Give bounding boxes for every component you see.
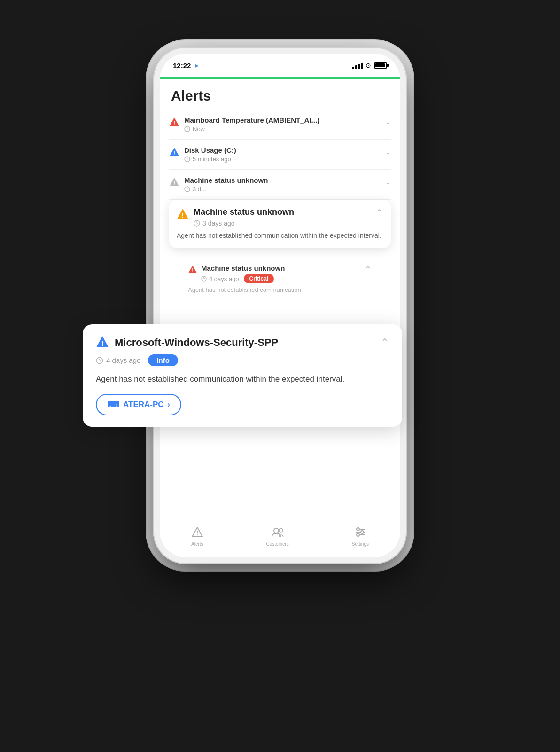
chevron-down-icon[interactable]: ⌄: [385, 178, 391, 186]
alert-title: Mainboard Temperature (AMBIENT_AI...): [184, 116, 319, 124]
chevron-up-icon[interactable]: ⌃: [375, 207, 383, 219]
floating-chevron-up-icon[interactable]: ⌃: [381, 337, 389, 349]
atera-pc-link[interactable]: ⌨ ATERA-PC ›: [96, 394, 181, 415]
alert-severity-icon-blue: !: [169, 147, 179, 158]
chevron-up-icon-bottom[interactable]: ⌃: [364, 264, 372, 275]
floating-expanded-card: ! Microsoft-Windows-Security-SPP ⌃ 4 day…: [83, 324, 402, 427]
svg-point-35: [357, 533, 359, 536]
alert-time: 3 d...: [184, 186, 268, 193]
navigation-arrow-icon: ►: [194, 62, 200, 69]
expanded-alert-card-phone: ! Machine status unknown 3 days ago ⌃: [169, 200, 391, 248]
bottom-alert-card: ! Machine status unknown 4 days ago: [179, 257, 381, 301]
alert-time: 5 minutes ago: [184, 156, 236, 163]
floating-alert-severity-icon: !: [96, 336, 109, 350]
bottom-alert-title: Machine status unknown: [201, 264, 285, 272]
nav-item-alerts[interactable]: Alerts: [191, 527, 203, 547]
floating-card-header: ! Microsoft-Windows-Security-SPP ⌃: [96, 336, 389, 350]
floating-card-time: 4 days ago: [96, 356, 140, 364]
clock-icon: [201, 276, 207, 282]
monitor-icon: ⌨: [107, 400, 119, 410]
bottom-alert-section: ! Machine status unknown 4 days ago: [160, 253, 400, 301]
status-bar: 12:22 ► ⊙: [160, 54, 400, 77]
info-badge: Info: [148, 354, 178, 366]
svg-point-29: [279, 528, 283, 532]
floating-card-title: Microsoft-Windows-Security-SPP: [115, 337, 278, 349]
svg-point-28: [274, 528, 279, 533]
nav-label-settings: Settings: [352, 541, 369, 547]
battery-icon: [374, 62, 387, 69]
clock-icon: [184, 156, 190, 162]
wifi-icon: ⊙: [366, 62, 371, 69]
alert-severity-icon-red: !: [169, 117, 179, 128]
alert-severity-icon-yellow: !: [177, 208, 189, 221]
alert-title: Disk Usage (C:): [184, 146, 236, 154]
clock-icon: [184, 186, 190, 192]
svg-point-33: [357, 528, 359, 531]
alert-list: ! Mainboard Temperature (AMBIENT_AI...) …: [160, 110, 400, 200]
svg-text:!: !: [173, 120, 175, 126]
clock-icon: [96, 357, 103, 364]
signal-icon: [352, 62, 363, 69]
page-title: Alerts: [160, 79, 400, 110]
svg-text:!: !: [101, 340, 104, 347]
expanded-card-description: Agent has not established communication …: [177, 231, 383, 241]
svg-text:!: !: [182, 212, 184, 219]
nav-item-settings[interactable]: Settings: [352, 527, 369, 547]
bottom-alert-desc: Agent has not established communication: [188, 286, 372, 293]
nav-item-customers[interactable]: Customers: [266, 527, 289, 547]
alert-item[interactable]: ! Machine status unknown 3 d... ⌄: [169, 170, 391, 200]
scene: 12:22 ► ⊙ Alerts: [97, 47, 463, 705]
phone-shell: 12:22 ► ⊙ Alerts: [153, 47, 407, 564]
alert-time: Now: [184, 125, 319, 133]
floating-card-title-row: ! Microsoft-Windows-Security-SPP: [96, 336, 278, 350]
expanded-card-title: Machine status unknown: [194, 207, 294, 217]
svg-point-27: [197, 534, 198, 535]
nav-label-alerts: Alerts: [191, 541, 203, 547]
expanded-card-time: 3 days ago: [194, 219, 294, 227]
alert-title: Machine status unknown: [184, 176, 268, 184]
settings-icon: [355, 527, 366, 540]
alert-icon: [192, 527, 203, 540]
chevron-down-icon[interactable]: ⌄: [385, 148, 391, 156]
customers-icon: [272, 527, 284, 540]
svg-text:!: !: [173, 150, 175, 156]
status-icons: ⊙: [352, 62, 387, 69]
alert-item[interactable]: ! Mainboard Temperature (AMBIENT_AI...) …: [169, 110, 391, 140]
clock-icon: [194, 220, 200, 227]
alert-severity-icon-gray: !: [169, 177, 179, 188]
chevron-down-icon[interactable]: ⌄: [385, 118, 391, 125]
nav-label-customers: Customers: [266, 541, 289, 547]
alert-item[interactable]: ! Disk Usage (C:) 5 minutes ago ⌄: [169, 140, 391, 170]
status-time: 12:22: [173, 62, 191, 70]
svg-text:!: !: [173, 180, 175, 186]
critical-badge: Critical: [244, 274, 274, 283]
bottom-alert-time: 4 days ago: [201, 275, 239, 282]
clock-icon: [184, 126, 190, 132]
phone-screen: 12:22 ► ⊙ Alerts: [160, 54, 400, 557]
bottom-nav: Alerts Customers Settings: [160, 520, 400, 557]
bottom-alert-meta: 4 days ago Critical: [201, 274, 285, 283]
floating-card-meta: 4 days ago Info: [96, 354, 389, 366]
alert-severity-icon-red-bottom: !: [188, 265, 197, 275]
svg-point-34: [361, 531, 364, 533]
svg-text:!: !: [192, 268, 193, 273]
floating-card-description: Agent has not established communication …: [96, 373, 389, 385]
chevron-right-icon: ›: [168, 400, 170, 409]
